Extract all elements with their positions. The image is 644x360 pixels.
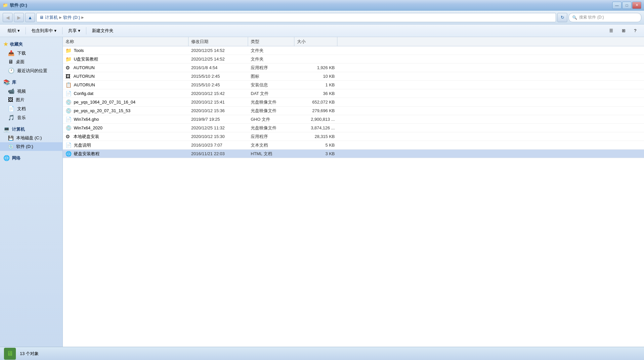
sidebar-item-desktop-label: 桌面: [16, 59, 24, 65]
table-row[interactable]: 💿 Win7x64_2020 2020/12/25 11:32 光盘映像文件 3…: [63, 124, 644, 132]
col-header-size[interactable]: 大小: [294, 37, 337, 46]
computer-icon: 💻: [3, 126, 10, 132]
share-arrow-icon: ▾: [78, 28, 80, 33]
table-row[interactable]: 🌐 硬盘安装教程 2016/11/21 22:03 HTML 文档 3 KB: [63, 150, 644, 158]
organize-button[interactable]: 组织 ▾: [4, 26, 23, 35]
file-name-cell: 📋 AUTORUN: [63, 82, 189, 88]
help-button[interactable]: ?: [630, 26, 640, 35]
up-button[interactable]: ▲: [25, 13, 35, 22]
table-row[interactable]: 📋 AUTORUN 2015/5/10 2:45 安装信息 1 KB: [63, 81, 644, 89]
toolbar-separator-1: [25, 27, 26, 34]
search-bar[interactable]: 🔍 搜索 软件 (D:): [569, 13, 641, 22]
sidebar-section-computer: 💻 计算机 💾 本地磁盘 (C:) 💿 软件 (D:): [0, 125, 63, 151]
download-icon: 📥: [8, 50, 15, 56]
table-row[interactable]: ⚙ AUTORUN 2016/1/8 4:54 应用程序 1,926 KB: [63, 64, 644, 72]
table-row[interactable]: 📁 U盘安装教程 2020/12/25 14:52 文件夹: [63, 55, 644, 64]
file-size-cell: 652,072 KB: [294, 100, 337, 105]
file-name-cell: 📄 Config.dat: [63, 91, 189, 97]
sidebar-item-picture[interactable]: 🖼 图片: [0, 96, 63, 104]
sidebar-library-header[interactable]: 📚 库: [0, 78, 63, 87]
file-icon: 📄: [65, 116, 72, 122]
sidebar-item-desktop[interactable]: 🖥 桌面: [0, 58, 63, 66]
col-header-name[interactable]: 名称: [63, 37, 189, 46]
file-name: pe_yqs_1064_20_07_31_16_04: [74, 100, 136, 105]
table-row[interactable]: 📄 光盘说明 2016/10/23 7:07 文本文档 5 KB: [63, 141, 644, 150]
table-row[interactable]: 📁 Tools 2020/12/25 14:52 文件夹: [63, 46, 644, 55]
file-name: Tools: [74, 48, 84, 53]
video-icon: 📹: [8, 88, 15, 94]
file-date-cell: 2020/12/25 11:32: [189, 125, 248, 130]
table-row[interactable]: ⚙ 本地硬盘安装 2020/10/12 15:30 应用程序 28,315 KB: [63, 132, 644, 141]
sidebar-item-recent[interactable]: 🕐 最近访问的位置: [0, 66, 63, 75]
file-icon: 📁: [65, 56, 72, 62]
sidebar: ★ 收藏夹 📥 下载 🖥 桌面 🕐 最近访问的位置 📚 库: [0, 37, 63, 347]
breadcrumb-part1[interactable]: 计算机: [45, 15, 58, 21]
share-button[interactable]: 共享 ▾: [64, 26, 84, 35]
desktop-icon: 🖥: [8, 59, 13, 65]
titlebar-icon: 📁: [3, 3, 8, 8]
file-icon: 💿: [65, 125, 72, 131]
sidebar-item-download-label: 下载: [17, 50, 26, 56]
main-layout: ★ 收藏夹 📥 下载 🖥 桌面 🕐 最近访问的位置 📚 库: [0, 37, 644, 347]
sidebar-network-header[interactable]: 🌐 网络: [0, 154, 63, 162]
statusbar: 🖥 13 个对象: [0, 347, 644, 360]
status-count: 13 个对象: [20, 351, 39, 357]
sidebar-computer-label: 计算机: [12, 126, 25, 132]
col-header-date[interactable]: 修改日期: [189, 37, 248, 46]
file-size-cell: 10 KB: [294, 74, 337, 79]
sidebar-item-video[interactable]: 📹 视频: [0, 87, 63, 96]
breadcrumb[interactable]: 🖥 计算机 ▶ 软件 (D:) ▶: [36, 13, 556, 22]
file-name-cell: 💿 Win7x64_2020: [63, 125, 189, 131]
file-type-cell: HTML 文档: [248, 151, 294, 157]
sidebar-item-download[interactable]: 📥 下载: [0, 49, 63, 58]
sidebar-computer-header[interactable]: 💻 计算机: [0, 125, 63, 134]
status-logo-icon: 🖥: [4, 348, 16, 360]
file-name-cell: 📄 Win7x64.gho: [63, 116, 189, 122]
new-folder-button[interactable]: 新建文件夹: [88, 26, 117, 35]
titlebar-title: 软件 (D:): [10, 2, 27, 8]
file-size-cell: 3 KB: [294, 151, 337, 156]
file-type-cell: GHO 文件: [248, 116, 294, 122]
sidebar-item-document[interactable]: 📄 文档: [0, 104, 63, 113]
table-row[interactable]: 🖼 AUTORUN 2015/5/10 2:45 图标 10 KB: [63, 72, 644, 81]
table-row[interactable]: 📄 Win7x64.gho 2019/9/7 19:25 GHO 文件 2,90…: [63, 115, 644, 124]
sidebar-item-picture-label: 图片: [16, 97, 24, 103]
file-icon: ⚙: [65, 65, 71, 71]
file-date-cell: 2020/10/12 15:36: [189, 108, 248, 113]
file-name-cell: ⚙ 本地硬盘安装: [63, 134, 189, 140]
minimize-button[interactable]: —: [612, 2, 622, 9]
view-button[interactable]: ☰: [606, 26, 617, 35]
file-type-cell: 安装信息: [248, 82, 294, 88]
forward-button[interactable]: ▶: [14, 13, 24, 22]
breadcrumb-arrow2: ▶: [81, 16, 84, 19]
view-button2[interactable]: ⊞: [618, 26, 629, 35]
titlebar-controls: — □ ✕: [612, 2, 641, 9]
table-row[interactable]: 📄 Config.dat 2020/10/12 15:42 DAT 文件 36 …: [63, 89, 644, 98]
file-type-cell: DAT 文件: [248, 91, 294, 97]
table-row[interactable]: 💿 pe_yqs_1064_20_07_31_16_04 2020/10/12 …: [63, 98, 644, 107]
file-date-cell: 2016/10/23 7:07: [189, 143, 248, 148]
sidebar-favorites-header[interactable]: ★ 收藏夹: [0, 40, 63, 49]
col-header-type[interactable]: 类型: [248, 37, 294, 46]
file-list: 📁 Tools 2020/12/25 14:52 文件夹 📁 U盘安装教程 20…: [63, 46, 644, 347]
refresh-button[interactable]: ↻: [557, 13, 567, 22]
file-icon: ⚙: [65, 134, 71, 140]
breadcrumb-home-icon: 🖥: [39, 15, 44, 20]
sidebar-item-music[interactable]: 🎵 音乐: [0, 113, 63, 122]
file-name: 硬盘安装教程: [74, 151, 100, 157]
sidebar-item-cdrive[interactable]: 💾 本地磁盘 (C:): [0, 134, 63, 142]
file-icon: 💿: [65, 108, 72, 114]
file-type-cell: 文件夹: [248, 56, 294, 62]
network-header-icon: 🌐: [3, 155, 10, 161]
back-button[interactable]: ◀: [3, 13, 13, 22]
close-button[interactable]: ✕: [632, 2, 641, 9]
maximize-button[interactable]: □: [622, 2, 631, 9]
navbar: ◀ ▶ ▲ 🖥 计算机 ▶ 软件 (D:) ▶ ↻ 🔍 搜索 软件 (D:): [0, 11, 644, 24]
sidebar-item-ddrive[interactable]: 💿 软件 (D:): [0, 142, 63, 151]
breadcrumb-part2[interactable]: 软件 (D:): [63, 15, 80, 21]
star-icon: ★: [3, 41, 8, 47]
file-date-cell: 2020/10/12 15:30: [189, 134, 248, 139]
include-button[interactable]: 包含到库中 ▾: [28, 26, 60, 35]
picture-icon: 🖼: [8, 97, 13, 103]
table-row[interactable]: 💿 pe_yqs_xp_20_07_31_15_53 2020/10/12 15…: [63, 107, 644, 115]
